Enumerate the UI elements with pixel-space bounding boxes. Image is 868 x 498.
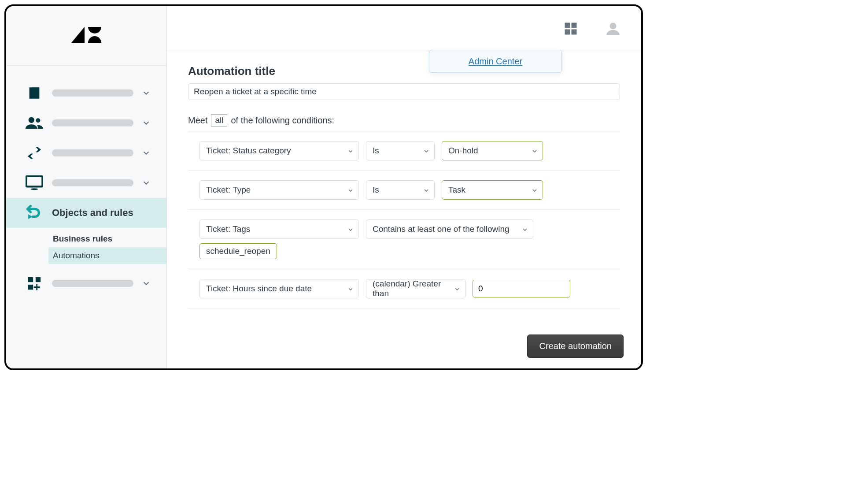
nav-placeholder	[52, 119, 133, 126]
nav-placeholder	[52, 280, 133, 287]
nav-placeholder	[52, 89, 133, 97]
conditions-intro: Meet all of the following conditions:	[188, 114, 620, 126]
nav-item-workspaces[interactable]	[6, 168, 166, 198]
select-value: Ticket: Type	[206, 185, 251, 195]
chevron-down-icon	[141, 118, 151, 128]
people-icon	[25, 114, 44, 132]
select-value: Ticket: Tags	[206, 224, 250, 234]
nav-item-apps[interactable]	[6, 268, 166, 298]
chevron-down-icon	[347, 226, 354, 233]
meet-suffix: of the following conditions:	[231, 115, 334, 126]
svg-rect-9	[28, 285, 33, 290]
svg-rect-8	[36, 277, 41, 282]
condition-row: Ticket: Status category Is On-hold	[188, 131, 620, 170]
logo	[6, 6, 166, 66]
condition-operator-select[interactable]: Contains at least one of the following	[366, 219, 533, 239]
building-icon	[25, 84, 44, 102]
condition-value-select[interactable]: Task	[442, 180, 543, 200]
svg-point-3	[36, 118, 40, 123]
nav-placeholder	[52, 149, 133, 156]
svg-point-14	[610, 22, 617, 29]
sub-item-business-rules[interactable]: Business rules	[6, 230, 166, 247]
select-value: (calendar) Greater than	[373, 279, 447, 298]
chevron-down-icon	[141, 178, 151, 188]
app-window: Objects and rules Business rules Automat…	[4, 4, 643, 370]
chevron-down-icon	[347, 285, 354, 292]
main: Admin Center Automation title Meet all o…	[167, 6, 641, 368]
tag-value[interactable]: schedule_reopen	[199, 243, 277, 259]
meet-prefix: Meet	[188, 115, 207, 126]
create-automation-button[interactable]: Create automation	[527, 334, 624, 358]
nav-item-objects-rules[interactable]: Objects and rules	[6, 198, 166, 228]
arrows-icon	[25, 144, 44, 162]
svg-rect-13	[572, 29, 577, 34]
profile-icon[interactable]	[604, 20, 622, 37]
svg-rect-12	[565, 29, 570, 34]
condition-field-select[interactable]: Ticket: Type	[199, 180, 359, 200]
chevron-down-icon	[531, 147, 538, 154]
nav-item-people[interactable]	[6, 108, 166, 138]
chevron-down-icon	[423, 147, 430, 154]
products-icon[interactable]	[562, 20, 580, 37]
select-value: Is	[373, 185, 379, 195]
svg-rect-7	[28, 277, 33, 282]
nav-item-channels[interactable]	[6, 138, 166, 168]
condition-field-select[interactable]: Ticket: Status category	[199, 141, 359, 160]
svg-rect-4	[26, 176, 43, 186]
select-value: Ticket: Hours since due date	[206, 284, 312, 294]
select-value: Contains at least one of the following	[373, 224, 510, 234]
content-area: Automation title Meet all of the followi…	[167, 51, 641, 330]
condition-value-input[interactable]	[473, 280, 570, 297]
nav-list: Objects and rules Business rules Automat…	[6, 66, 166, 298]
chevron-down-icon	[141, 279, 151, 288]
admin-center-link[interactable]: Admin Center	[469, 56, 522, 67]
admin-center-tooltip: Admin Center	[429, 50, 562, 73]
monitor-icon	[25, 174, 44, 192]
condition-row: Ticket: Type Is Task	[188, 170, 620, 209]
chevron-down-icon	[141, 148, 151, 158]
condition-value-select[interactable]: On-hold	[442, 141, 543, 160]
chevron-down-icon	[521, 226, 528, 233]
svg-marker-6	[28, 214, 33, 219]
svg-marker-0	[71, 27, 85, 43]
condition-row: Ticket: Tags Contains at least one of th…	[188, 209, 620, 269]
svg-rect-10	[565, 22, 570, 28]
condition-operator-select[interactable]: (calendar) Greater than	[366, 279, 465, 298]
chevron-down-icon	[347, 147, 354, 154]
svg-point-2	[29, 117, 34, 123]
automation-title-input[interactable]	[188, 83, 620, 100]
svg-point-5	[31, 188, 38, 190]
nav-placeholder	[52, 179, 133, 186]
apps-add-icon	[25, 275, 44, 292]
chevron-down-icon	[141, 88, 151, 98]
condition-row: Ticket: Hours since due date (calendar) …	[188, 269, 620, 308]
condition-operator-select[interactable]: Is	[366, 141, 435, 160]
select-value: Task	[448, 185, 465, 195]
topbar	[167, 6, 641, 51]
chevron-down-icon	[531, 186, 538, 193]
footer: Create automation	[167, 330, 641, 368]
select-value: Ticket: Status category	[206, 146, 291, 156]
condition-operator-select[interactable]: Is	[366, 180, 435, 200]
chevron-down-icon	[347, 186, 354, 193]
flow-icon	[25, 204, 44, 222]
condition-field-select[interactable]: Ticket: Tags	[199, 219, 359, 239]
nav-item-account[interactable]	[6, 78, 166, 108]
chevron-down-icon	[454, 285, 461, 292]
sub-item-automations[interactable]: Automations	[48, 247, 166, 264]
select-value: On-hold	[448, 146, 478, 156]
sub-list-objects-rules: Business rules Automations	[6, 228, 166, 268]
sidebar: Objects and rules Business rules Automat…	[6, 6, 167, 368]
nav-label: Objects and rules	[52, 207, 156, 219]
condition-field-select[interactable]: Ticket: Hours since due date	[199, 279, 359, 298]
meet-all-selector[interactable]: all	[211, 114, 227, 126]
svg-rect-11	[572, 22, 577, 28]
chevron-down-icon	[423, 186, 430, 193]
select-value: Is	[373, 146, 379, 156]
zendesk-logo-icon	[71, 24, 101, 47]
